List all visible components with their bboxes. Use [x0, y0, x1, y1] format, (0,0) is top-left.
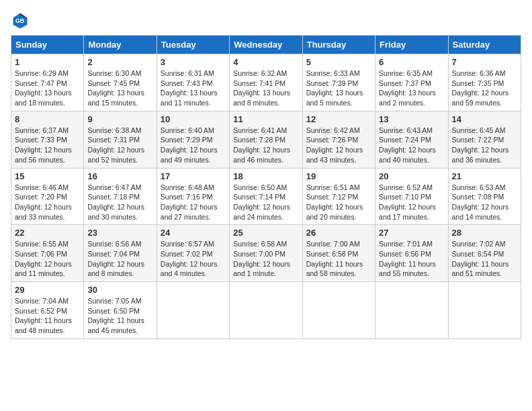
cell-content: Sunrise: 6:43 AM Sunset: 7:24 PM Dayligh…	[379, 126, 444, 165]
calendar-cell: 13 Sunrise: 6:43 AM Sunset: 7:24 PM Dayl…	[375, 111, 448, 168]
day-number: 6	[379, 57, 444, 67]
cell-content: Sunrise: 6:46 AM Sunset: 7:20 PM Dayligh…	[15, 183, 80, 222]
calendar-cell	[448, 282, 521, 339]
calendar-cell	[302, 282, 375, 339]
day-number: 7	[452, 57, 517, 67]
day-number: 22	[15, 228, 80, 238]
cell-content: Sunrise: 7:05 AM Sunset: 6:50 PM Dayligh…	[87, 296, 152, 336]
calendar-cell: 29 Sunrise: 7:04 AM Sunset: 6:52 PM Dayl…	[11, 282, 84, 339]
weekday-header-friday: Friday	[375, 36, 448, 54]
weekday-header-wednesday: Wednesday	[230, 36, 302, 54]
page-header: GB	[11, 11, 521, 30]
cell-content: Sunrise: 6:48 AM Sunset: 7:16 PM Dayligh…	[161, 183, 226, 222]
calendar-cell: 25 Sunrise: 6:58 AM Sunset: 7:00 PM Dayl…	[230, 225, 302, 282]
cell-content: Sunrise: 6:55 AM Sunset: 7:06 PM Dayligh…	[15, 239, 80, 279]
day-number: 14	[452, 114, 517, 124]
cell-content: Sunrise: 6:29 AM Sunset: 7:47 PM Dayligh…	[15, 68, 80, 108]
cell-content: Sunrise: 6:32 AM Sunset: 7:41 PM Dayligh…	[233, 68, 298, 108]
calendar-cell	[375, 282, 448, 339]
day-number: 27	[379, 228, 444, 238]
cell-content: Sunrise: 6:51 AM Sunset: 7:12 PM Dayligh…	[306, 183, 371, 222]
calendar-cell: 7 Sunrise: 6:36 AM Sunset: 7:35 PM Dayli…	[448, 54, 521, 111]
cell-content: Sunrise: 6:41 AM Sunset: 7:28 PM Dayligh…	[233, 126, 298, 165]
calendar-cell: 5 Sunrise: 6:33 AM Sunset: 7:39 PM Dayli…	[302, 54, 375, 111]
day-number: 15	[15, 171, 80, 181]
calendar-cell: 3 Sunrise: 6:31 AM Sunset: 7:43 PM Dayli…	[157, 54, 229, 111]
day-number: 30	[87, 285, 152, 295]
cell-content: Sunrise: 6:57 AM Sunset: 7:02 PM Dayligh…	[161, 239, 226, 279]
cell-content: Sunrise: 6:38 AM Sunset: 7:31 PM Dayligh…	[87, 126, 152, 165]
cell-content: Sunrise: 7:02 AM Sunset: 6:54 PM Dayligh…	[452, 239, 517, 279]
calendar-cell: 1 Sunrise: 6:29 AM Sunset: 7:47 PM Dayli…	[11, 54, 84, 111]
calendar-cell: 6 Sunrise: 6:35 AM Sunset: 7:37 PM Dayli…	[375, 54, 448, 111]
calendar-cell: 20 Sunrise: 6:52 AM Sunset: 7:10 PM Dayl…	[375, 168, 448, 225]
calendar-cell: 14 Sunrise: 6:45 AM Sunset: 7:22 PM Dayl…	[448, 111, 521, 168]
calendar-cell: 12 Sunrise: 6:42 AM Sunset: 7:26 PM Dayl…	[302, 111, 375, 168]
cell-content: Sunrise: 6:37 AM Sunset: 7:33 PM Dayligh…	[15, 126, 80, 165]
calendar-cell	[157, 282, 229, 339]
day-number: 19	[306, 171, 371, 181]
calendar-cell: 4 Sunrise: 6:32 AM Sunset: 7:41 PM Dayli…	[230, 54, 302, 111]
calendar-cell: 19 Sunrise: 6:51 AM Sunset: 7:12 PM Dayl…	[302, 168, 375, 225]
day-number: 28	[452, 228, 517, 238]
calendar-cell: 11 Sunrise: 6:41 AM Sunset: 7:28 PM Dayl…	[230, 111, 302, 168]
weekday-header-tuesday: Tuesday	[157, 36, 229, 54]
calendar-cell: 16 Sunrise: 6:47 AM Sunset: 7:18 PM Dayl…	[84, 168, 157, 225]
calendar-cell: 21 Sunrise: 6:53 AM Sunset: 7:08 PM Dayl…	[448, 168, 521, 225]
calendar-table: SundayMondayTuesdayWednesdayThursdayFrid…	[11, 35, 521, 339]
calendar-cell: 24 Sunrise: 6:57 AM Sunset: 7:02 PM Dayl…	[157, 225, 229, 282]
calendar-cell: 28 Sunrise: 7:02 AM Sunset: 6:54 PM Dayl…	[448, 225, 521, 282]
weekday-header-sunday: Sunday	[11, 36, 84, 54]
day-number: 9	[87, 114, 152, 124]
weekday-header-thursday: Thursday	[302, 36, 375, 54]
cell-content: Sunrise: 7:00 AM Sunset: 6:58 PM Dayligh…	[306, 239, 371, 279]
day-number: 5	[306, 57, 371, 67]
cell-content: Sunrise: 6:45 AM Sunset: 7:22 PM Dayligh…	[452, 126, 517, 165]
day-number: 26	[306, 228, 371, 238]
cell-content: Sunrise: 6:50 AM Sunset: 7:14 PM Dayligh…	[233, 183, 298, 222]
cell-content: Sunrise: 6:52 AM Sunset: 7:10 PM Dayligh…	[379, 183, 444, 222]
weekday-header-saturday: Saturday	[448, 36, 521, 54]
cell-content: Sunrise: 6:40 AM Sunset: 7:29 PM Dayligh…	[161, 126, 226, 165]
calendar-cell: 23 Sunrise: 6:56 AM Sunset: 7:04 PM Dayl…	[84, 225, 157, 282]
generalblue-logo-icon: GB	[11, 11, 30, 30]
day-number: 4	[233, 57, 298, 67]
calendar-cell: 22 Sunrise: 6:55 AM Sunset: 7:06 PM Dayl…	[11, 225, 84, 282]
day-number: 17	[161, 171, 226, 181]
calendar-cell: 17 Sunrise: 6:48 AM Sunset: 7:16 PM Dayl…	[157, 168, 229, 225]
day-number: 16	[87, 171, 152, 181]
cell-content: Sunrise: 6:30 AM Sunset: 7:45 PM Dayligh…	[87, 68, 152, 108]
calendar-cell: 10 Sunrise: 6:40 AM Sunset: 7:29 PM Dayl…	[157, 111, 229, 168]
day-number: 21	[452, 171, 517, 181]
cell-content: Sunrise: 6:36 AM Sunset: 7:35 PM Dayligh…	[452, 68, 517, 108]
calendar-cell: 9 Sunrise: 6:38 AM Sunset: 7:31 PM Dayli…	[84, 111, 157, 168]
day-number: 25	[233, 228, 298, 238]
day-number: 13	[379, 114, 444, 124]
calendar-cell: 27 Sunrise: 7:01 AM Sunset: 6:56 PM Dayl…	[375, 225, 448, 282]
day-number: 12	[306, 114, 371, 124]
cell-content: Sunrise: 6:33 AM Sunset: 7:39 PM Dayligh…	[306, 68, 371, 108]
calendar-cell: 15 Sunrise: 6:46 AM Sunset: 7:20 PM Dayl…	[11, 168, 84, 225]
day-number: 8	[15, 114, 80, 124]
day-number: 24	[161, 228, 226, 238]
day-number: 1	[15, 57, 80, 67]
svg-text:GB: GB	[15, 17, 24, 24]
day-number: 20	[379, 171, 444, 181]
cell-content: Sunrise: 6:31 AM Sunset: 7:43 PM Dayligh…	[161, 68, 226, 108]
day-number: 3	[161, 57, 226, 67]
calendar-cell: 18 Sunrise: 6:50 AM Sunset: 7:14 PM Dayl…	[230, 168, 302, 225]
cell-content: Sunrise: 7:04 AM Sunset: 6:52 PM Dayligh…	[15, 296, 80, 336]
day-number: 18	[233, 171, 298, 181]
day-number: 11	[233, 114, 298, 124]
cell-content: Sunrise: 6:58 AM Sunset: 7:00 PM Dayligh…	[233, 239, 298, 279]
calendar-cell: 2 Sunrise: 6:30 AM Sunset: 7:45 PM Dayli…	[84, 54, 157, 111]
cell-content: Sunrise: 7:01 AM Sunset: 6:56 PM Dayligh…	[379, 239, 444, 279]
calendar-cell	[230, 282, 302, 339]
day-number: 10	[161, 114, 226, 124]
weekday-header-monday: Monday	[84, 36, 157, 54]
day-number: 2	[87, 57, 152, 67]
cell-content: Sunrise: 6:56 AM Sunset: 7:04 PM Dayligh…	[87, 239, 152, 279]
calendar-cell: 30 Sunrise: 7:05 AM Sunset: 6:50 PM Dayl…	[84, 282, 157, 339]
cell-content: Sunrise: 6:35 AM Sunset: 7:37 PM Dayligh…	[379, 68, 444, 108]
calendar-cell: 26 Sunrise: 7:00 AM Sunset: 6:58 PM Dayl…	[302, 225, 375, 282]
